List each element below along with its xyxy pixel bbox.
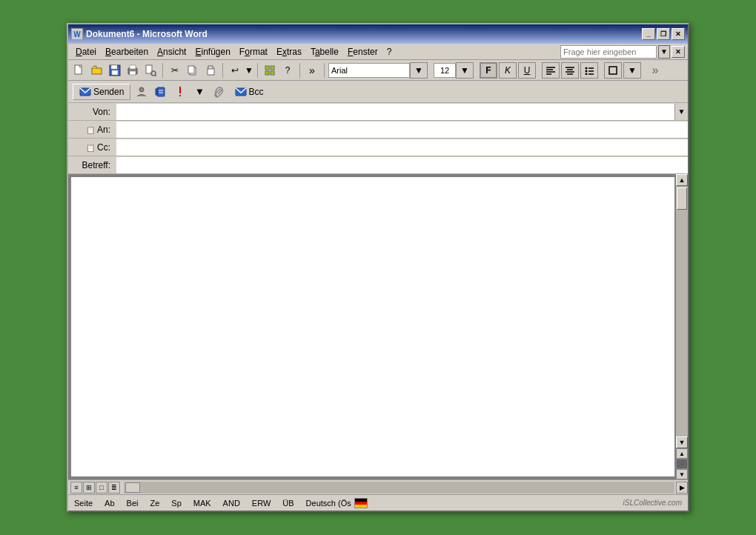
undo-button[interactable]: ↩ (227, 62, 243, 79)
bottom-scrollbar: ≡ ⊞ □ ≣ ▶ (68, 479, 688, 494)
undo-dropdown[interactable]: ▼ (245, 62, 253, 79)
betreff-input[interactable] (116, 157, 688, 173)
horizontal-scroll-track[interactable] (124, 482, 674, 494)
more-toolbar-btn[interactable]: » (304, 62, 320, 79)
status-ub: ÜB (282, 499, 294, 508)
italic-button[interactable]: K (499, 62, 517, 79)
view-buttons: ≡ ⊞ □ ≣ (68, 482, 122, 494)
an-icon: 📋 (86, 126, 95, 134)
scroll-right-btn[interactable]: ▶ (676, 482, 688, 494)
close-button[interactable]: ✕ (672, 28, 685, 40)
status-ab: Ab (105, 499, 114, 508)
new-button[interactable] (71, 62, 87, 79)
paste-button[interactable] (202, 62, 219, 79)
von-container: ▼ (116, 104, 688, 120)
menu-tabelle[interactable]: Tabelle (306, 45, 343, 59)
font-dropdown-btn[interactable]: ▼ (410, 62, 428, 79)
status-bar: Seite Ab Bei Ze Sp MAK AND ERW ÜB Deutsc… (68, 494, 688, 511)
menu-ansicht[interactable]: Ansicht (153, 45, 190, 59)
status-seite: Seite (74, 499, 93, 508)
svg-line-11 (155, 75, 156, 76)
scroll-down-btn[interactable]: ▼ (676, 436, 688, 448)
save-button[interactable] (107, 62, 123, 79)
horizontal-scroll-thumb[interactable] (125, 482, 140, 493)
window-title: Dokument6 - Microsoft Word (86, 29, 642, 39)
restore-button[interactable]: ❐ (657, 28, 670, 40)
search-input[interactable] (560, 45, 657, 59)
menu-bearbeiten[interactable]: Bearbeiten (101, 45, 153, 59)
print-button[interactable] (125, 62, 141, 79)
menu-help[interactable]: ? (382, 45, 397, 59)
menu-format[interactable]: Format (235, 45, 272, 59)
outline-view-btn[interactable]: ≣ (108, 482, 120, 494)
svg-rect-5 (112, 70, 118, 75)
underline-button[interactable]: U (518, 62, 536, 79)
menu-einfuegen[interactable]: Einfügen (190, 45, 234, 59)
normal-view-btn[interactable]: ≡ (70, 482, 82, 494)
search-dropdown-btn[interactable]: ▼ (658, 45, 670, 59)
open-button[interactable] (89, 62, 105, 79)
insert-button[interactable] (262, 62, 278, 79)
bcc-button[interactable]: Bcc (230, 84, 268, 99)
bold-button[interactable]: F (480, 62, 497, 79)
attach-button[interactable] (210, 84, 227, 100)
search-close-btn[interactable]: ✕ (672, 46, 685, 58)
scroll-prev-btn[interactable]: ▲ (676, 448, 688, 459)
menu-datei[interactable]: Datei (71, 45, 101, 59)
address-book-button[interactable] (153, 84, 169, 100)
von-input[interactable] (116, 104, 674, 120)
von-label: Von: (68, 107, 116, 117)
betreff-row: Betreff: (68, 156, 688, 174)
cut-button[interactable]: ✂ (167, 62, 183, 79)
importance-button[interactable] (172, 84, 188, 100)
size-dropdown-btn[interactable]: ▼ (456, 62, 474, 79)
an-input[interactable] (116, 122, 688, 138)
cc-input[interactable] (116, 139, 688, 156)
send-button[interactable]: Senden (73, 84, 130, 100)
window-controls: _ ❐ ✕ (642, 28, 685, 40)
more-format-btn[interactable]: » (647, 62, 663, 79)
size-input[interactable] (434, 63, 456, 78)
email-form: Von: ▼ 📋 An: 📋 Cc: Betreff: (68, 103, 688, 174)
status-ze: Ze (150, 499, 159, 508)
von-dropdown-btn[interactable]: ▼ (674, 104, 688, 120)
scroll-track-v[interactable] (676, 186, 688, 436)
bcc-label: Bcc (248, 87, 263, 97)
document-area[interactable] (71, 177, 674, 476)
svg-rect-8 (130, 71, 136, 75)
menu-extras[interactable]: Extras (272, 45, 306, 59)
page-view-btn[interactable]: □ (96, 482, 107, 494)
contacts-button[interactable] (133, 84, 150, 100)
web-view-btn[interactable]: ⊞ (83, 482, 95, 494)
cc-label: 📋 Cc: (68, 142, 116, 153)
align-left-button[interactable] (542, 62, 560, 79)
border-dropdown-btn[interactable]: ▼ (623, 62, 641, 79)
language-text: Deutsch (Ös (306, 499, 351, 508)
svg-point-32 (586, 73, 588, 75)
svg-point-30 (586, 70, 588, 72)
preview-button[interactable] (142, 62, 159, 79)
von-row: Von: ▼ (68, 103, 688, 121)
scroll-thumb-v[interactable] (677, 187, 687, 210)
app-icon: W (71, 28, 83, 40)
align-center-button[interactable] (561, 62, 579, 79)
status-mak: MAK (193, 499, 211, 508)
font-input[interactable] (328, 63, 410, 78)
cc-row: 📋 Cc: (68, 139, 688, 156)
svg-point-28 (586, 67, 588, 69)
svg-rect-13 (188, 66, 194, 73)
border-button[interactable] (604, 62, 622, 79)
menu-fenster[interactable]: Fenster (343, 45, 382, 59)
scroll-up-btn[interactable]: ▲ (676, 174, 688, 186)
help-button[interactable]: ? (279, 62, 296, 79)
vertical-scrollbar: ▲ ▼ ▲ · ▼ (676, 174, 688, 479)
status-bei: Bei (127, 499, 139, 508)
betreff-label: Betreff: (68, 160, 116, 170)
word-window: W Dokument6 - Microsoft Word _ ❐ ✕ Datei… (67, 23, 689, 512)
copy-button[interactable] (185, 62, 201, 79)
svg-rect-15 (208, 66, 213, 69)
scroll-next-btn[interactable]: ▼ (676, 469, 688, 479)
minimize-button[interactable]: _ (642, 28, 655, 40)
bullets-button[interactable] (580, 62, 598, 79)
importance-dropdown[interactable]: ▼ (191, 84, 208, 100)
